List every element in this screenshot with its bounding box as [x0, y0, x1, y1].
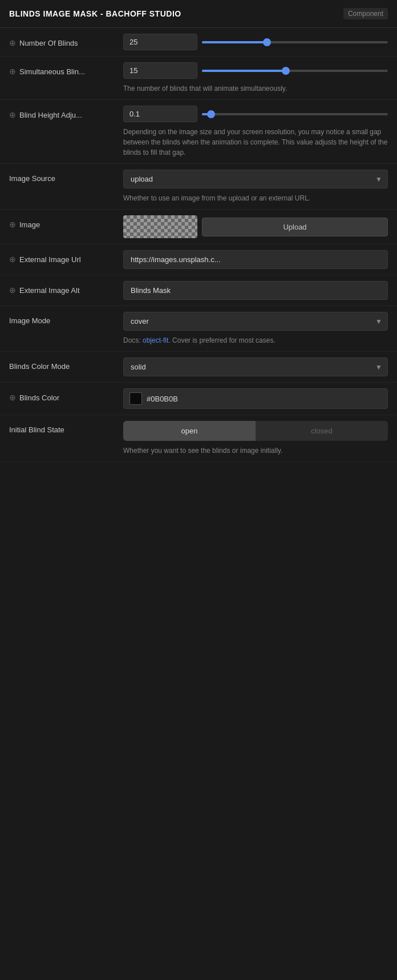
blinds-color-mode-select-wrapper: solid gradient ▼ — [123, 358, 388, 376]
blind-height-description: Depending on the image size and your scr… — [123, 126, 388, 158]
image-source-content: upload url ▼ Whether to use an image fro… — [123, 170, 388, 203]
number-of-blinds-slider-track[interactable] — [202, 41, 388, 43]
blind-height-input[interactable] — [123, 106, 197, 122]
external-image-alt-row: ⊕ External Image Alt — [0, 275, 397, 306]
simultaneous-blinds-row: ⊕ Simultaneous Blin... The number of bli… — [0, 57, 397, 100]
initial-blind-state-description: Whether you want to see the blinds or im… — [123, 444, 388, 456]
image-source-select-wrapper: upload url ▼ — [123, 170, 388, 188]
closed-toggle-button[interactable]: closed — [256, 421, 388, 441]
header: BLINDS IMAGE MASK - BACHOFF STUDIO Compo… — [0, 0, 397, 28]
image-expand-icon[interactable]: ⊕ — [9, 220, 16, 229]
number-of-blinds-slider-thumb[interactable] — [263, 38, 271, 46]
image-content: Upload — [123, 215, 388, 238]
image-mode-row: Image Mode cover contain fill none ▼ Doc… — [0, 306, 397, 352]
blinds-color-swatch[interactable] — [129, 392, 142, 405]
image-mode-select-wrapper: cover contain fill none ▼ — [123, 312, 388, 331]
blind-height-content: Depending on the image size and your scr… — [123, 106, 388, 158]
image-mode-select[interactable]: cover contain fill none — [123, 312, 388, 331]
blinds-color-row: ⊕ Blinds Color #0B0B0B — [0, 383, 397, 415]
initial-blind-state-content: open closed Whether you want to see the … — [123, 421, 388, 456]
number-of-blinds-row: ⊕ Number Of Blinds — [0, 28, 397, 57]
open-toggle-button[interactable]: open — [123, 421, 256, 441]
external-alt-content — [123, 281, 388, 300]
image-source-select[interactable]: upload url — [123, 170, 388, 188]
external-alt-expand-icon[interactable]: ⊕ — [9, 286, 16, 295]
page-title: BLINDS IMAGE MASK - BACHOFF STUDIO — [9, 9, 181, 18]
image-preview — [123, 215, 197, 238]
blind-height-slider-track[interactable] — [202, 113, 388, 115]
number-of-blinds-input[interactable] — [123, 34, 197, 50]
initial-blind-state-label: Initial Blind State — [9, 421, 123, 434]
image-upload-row: Upload — [123, 215, 388, 238]
number-of-blinds-label: ⊕ Number Of Blinds — [9, 34, 123, 47]
external-url-content — [123, 250, 388, 269]
number-of-blinds-slider-fill — [202, 41, 267, 43]
blinds-color-input-row[interactable]: #0B0B0B — [123, 388, 388, 409]
simultaneous-blinds-slider-thumb[interactable] — [282, 67, 290, 75]
image-mode-description: Docs: object-fit. Cover is preferred for… — [123, 334, 388, 346]
image-label: ⊕ Image — [9, 215, 123, 229]
blind-height-label: ⊕ Blind Height Adju... — [9, 106, 123, 119]
simultaneous-blinds-slider-fill — [202, 70, 286, 72]
initial-blind-state-row: Initial Blind State open closed Whether … — [0, 415, 397, 462]
external-image-url-input[interactable] — [123, 250, 388, 269]
blinds-color-mode-label: Blinds Color Mode — [9, 358, 123, 371]
number-of-blinds-content — [123, 34, 388, 50]
simultaneous-blinds-input-row — [123, 62, 388, 79]
blinds-color-mode-select[interactable]: solid gradient — [123, 358, 388, 376]
simultaneous-blinds-label: ⊕ Simultaneous Blin... — [9, 62, 123, 76]
external-image-url-label: ⊕ External Image Url — [9, 250, 123, 264]
blinds-color-value: #0B0B0B — [147, 395, 178, 403]
blind-height-input-row — [123, 106, 388, 122]
image-source-row: Image Source upload url ▼ Whether to use… — [0, 164, 397, 210]
blinds-color-label: ⊕ Blinds Color — [9, 388, 123, 402]
simultaneous-blinds-slider-track[interactable] — [202, 70, 388, 72]
external-image-alt-input[interactable] — [123, 281, 388, 300]
simultaneous-blinds-input[interactable] — [123, 62, 197, 79]
image-mode-content: cover contain fill none ▼ Docs: object-f… — [123, 312, 388, 346]
image-mode-label: Image Mode — [9, 312, 123, 325]
number-of-blinds-input-row — [123, 34, 388, 50]
blinds-color-content: #0B0B0B — [123, 388, 388, 409]
object-fit-link[interactable]: object-fit — [143, 336, 168, 344]
blind-height-expand-icon[interactable]: ⊕ — [9, 110, 16, 119]
simultaneous-blinds-content: The number of blinds that will animate s… — [123, 62, 388, 94]
initial-blind-state-toggle: open closed — [123, 421, 388, 441]
image-row: ⊕ Image Upload — [0, 210, 397, 244]
blind-height-slider-thumb[interactable] — [207, 110, 215, 118]
blinds-color-mode-content: solid gradient ▼ — [123, 358, 388, 376]
blinds-color-mode-row: Blinds Color Mode solid gradient ▼ — [0, 352, 397, 383]
external-url-expand-icon[interactable]: ⊕ — [9, 255, 16, 264]
simultaneous-blinds-description: The number of blinds that will animate s… — [123, 82, 388, 94]
image-source-label: Image Source — [9, 170, 123, 183]
image-source-description: Whether to use an image from the upload … — [123, 192, 388, 203]
external-image-alt-label: ⊕ External Image Alt — [9, 281, 123, 295]
upload-button[interactable]: Upload — [202, 218, 388, 236]
component-badge: Component — [343, 8, 388, 19]
blind-height-row: ⊕ Blind Height Adju... Depending on the … — [0, 100, 397, 164]
external-image-url-row: ⊕ External Image Url — [0, 244, 397, 275]
simultaneous-blinds-expand-icon[interactable]: ⊕ — [9, 67, 16, 76]
number-of-blinds-expand-icon[interactable]: ⊕ — [9, 38, 16, 47]
blinds-color-expand-icon[interactable]: ⊕ — [9, 393, 16, 402]
